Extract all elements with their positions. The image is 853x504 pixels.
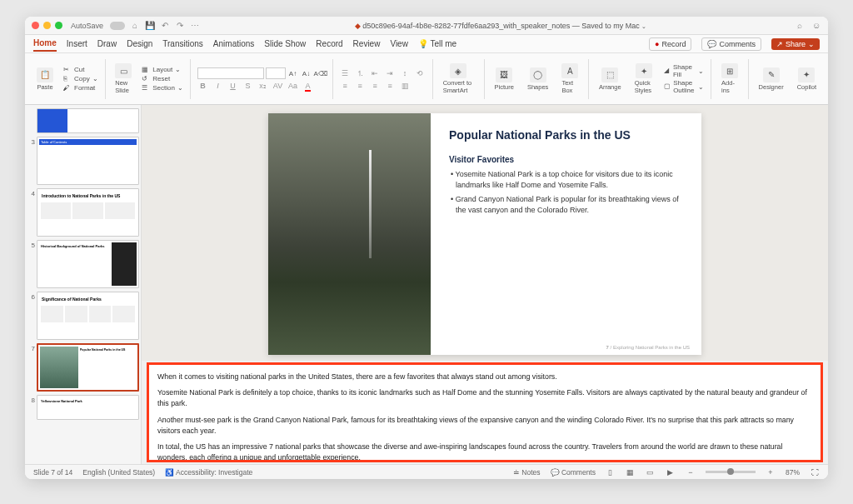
reading-view-icon[interactable]: ▭ bbox=[646, 467, 656, 477]
slide[interactable]: Popular National Parks in the US Visitor… bbox=[268, 113, 701, 355]
notes-paragraph[interactable]: Another must-see park is the Grand Canyo… bbox=[157, 415, 812, 437]
zoom-level[interactable]: 87% bbox=[786, 468, 800, 477]
maximize-icon[interactable] bbox=[55, 22, 62, 29]
tellme[interactable]: 💡 Tell me bbox=[418, 37, 456, 51]
slideshow-view-icon[interactable]: ▶ bbox=[666, 467, 676, 477]
undo-icon[interactable]: ↶ bbox=[160, 21, 170, 31]
close-icon[interactable] bbox=[32, 22, 39, 29]
thumb-7[interactable]: Popular National Parks in the US bbox=[37, 343, 139, 392]
underline-button[interactable]: U bbox=[227, 82, 239, 90]
slide-thumbnails[interactable]: 3Table of Contents 4Introduction to Nati… bbox=[25, 105, 142, 464]
shape-outline-button[interactable]: ▢Shape Outline ⌄ bbox=[664, 79, 704, 94]
cut-button[interactable]: ✂Cut bbox=[63, 66, 98, 74]
tab-animations[interactable]: Animations bbox=[213, 37, 254, 51]
copy-button[interactable]: ⎘Copy ⌄ bbox=[63, 75, 98, 83]
shapes-button[interactable]: ◯Shapes bbox=[524, 66, 551, 92]
new-slide-button[interactable]: ▭ New Slide bbox=[112, 62, 135, 96]
clear-format-icon[interactable]: A⌫ bbox=[314, 70, 326, 77]
notes-paragraph[interactable]: When it comes to visiting national parks… bbox=[157, 372, 812, 382]
speaker-notes[interactable]: When it comes to visiting national parks… bbox=[147, 362, 823, 462]
thumb-4[interactable]: Introduction to National Parks in the US bbox=[37, 188, 139, 237]
slide-subtitle[interactable]: Visitor Favorites bbox=[449, 155, 683, 164]
layout-button[interactable]: ▦Layout ⌄ bbox=[142, 66, 183, 74]
font-size-select[interactable] bbox=[266, 67, 286, 79]
thumb-8[interactable]: Yellowstone National Park bbox=[37, 395, 139, 420]
notes-paragraph[interactable]: In total, the US has an impressive 7 nat… bbox=[157, 442, 812, 462]
case-button[interactable]: Aa bbox=[287, 82, 299, 90]
tab-slideshow[interactable]: Slide Show bbox=[264, 37, 306, 51]
font-family-select[interactable] bbox=[197, 67, 264, 79]
subscript-button[interactable]: x₂ bbox=[257, 82, 269, 90]
align-left-button[interactable]: ≡ bbox=[339, 82, 351, 90]
fit-icon[interactable]: ⛶ bbox=[810, 467, 820, 477]
thumb-5[interactable]: Historical Background of National Parks bbox=[37, 240, 139, 288]
thumb-6[interactable]: Significance of National Parks bbox=[37, 292, 139, 340]
arrange-button[interactable]: ⬚Arrange bbox=[596, 66, 625, 92]
columns-button[interactable]: ▥ bbox=[399, 82, 411, 90]
bold-button[interactable]: B bbox=[197, 82, 209, 90]
align-center-button[interactable]: ≡ bbox=[354, 82, 366, 90]
normal-view-icon[interactable]: ▯ bbox=[606, 467, 616, 477]
highlight-button[interactable]: AV bbox=[272, 82, 284, 90]
sorter-view-icon[interactable]: ▦ bbox=[626, 467, 636, 477]
text-direction-button[interactable]: ⟲ bbox=[414, 69, 426, 77]
slide-title[interactable]: Popular National Parks in the US bbox=[449, 128, 683, 142]
save-icon[interactable]: 💾 bbox=[145, 21, 155, 31]
font-color-button[interactable]: A bbox=[302, 82, 314, 90]
sync-icon[interactable]: ☺ bbox=[811, 21, 821, 31]
reset-button[interactable]: ↺Reset bbox=[142, 75, 183, 83]
comments-toggle[interactable]: 💬 Comments bbox=[551, 468, 596, 477]
section-button[interactable]: ☰Section ⌄ bbox=[142, 84, 183, 92]
slide-bullet[interactable]: • Yosemite National Park is a top choice… bbox=[449, 169, 683, 190]
search-icon[interactable]: ⌕ bbox=[795, 21, 805, 31]
tab-draw[interactable]: Draw bbox=[97, 37, 117, 51]
slide-canvas[interactable]: Popular National Parks in the US Visitor… bbox=[142, 105, 828, 361]
thumb-3[interactable]: Table of Contents bbox=[37, 137, 139, 185]
copilot-button[interactable]: ✦Copilot bbox=[794, 66, 820, 92]
shape-fill-button[interactable]: ◢Shape Fill ⌄ bbox=[664, 63, 704, 78]
thumb-2[interactable] bbox=[37, 108, 139, 133]
share-button[interactable]: ↗ Share ⌄ bbox=[771, 38, 820, 50]
accessibility-status[interactable]: ♿ Accessibility: Investigate bbox=[165, 468, 252, 477]
home-icon[interactable]: ⌂ bbox=[130, 21, 140, 31]
picture-button[interactable]: 🖼Picture bbox=[491, 66, 517, 92]
convert-smartart-button[interactable]: ◈ Convert to SmartArt bbox=[440, 62, 477, 96]
quickstyles-button[interactable]: ✦Quick Styles bbox=[631, 62, 658, 96]
format-painter-button[interactable]: 🖌Format bbox=[63, 84, 98, 92]
numbering-button[interactable]: ⒈ bbox=[354, 68, 366, 79]
italic-button[interactable]: I bbox=[212, 82, 224, 90]
zoom-in-icon[interactable]: + bbox=[766, 467, 776, 477]
outdent-button[interactable]: ⇤ bbox=[369, 69, 381, 77]
tab-home[interactable]: Home bbox=[33, 36, 57, 52]
language-label[interactable]: English (United States) bbox=[82, 468, 155, 477]
slide-counter[interactable]: Slide 7 of 14 bbox=[33, 468, 72, 477]
tab-review[interactable]: Review bbox=[353, 37, 381, 51]
notes-toggle[interactable]: ≐ Notes bbox=[513, 468, 541, 477]
tab-insert[interactable]: Insert bbox=[67, 37, 87, 51]
addins-button[interactable]: ⊞Add-ins bbox=[718, 62, 741, 96]
justify-button[interactable]: ≡ bbox=[384, 82, 396, 90]
shrink-font-icon[interactable]: A↓ bbox=[301, 70, 312, 77]
tab-transitions[interactable]: Transitions bbox=[162, 37, 203, 51]
tab-record[interactable]: Record bbox=[316, 37, 342, 51]
minimize-icon[interactable] bbox=[43, 22, 51, 29]
linespacing-button[interactable]: ↕ bbox=[399, 69, 411, 77]
indent-button[interactable]: ⇥ bbox=[384, 69, 396, 77]
more-icon[interactable]: ⋯ bbox=[190, 21, 200, 31]
grow-font-icon[interactable]: A↑ bbox=[287, 70, 299, 77]
zoom-slider[interactable] bbox=[706, 471, 756, 473]
autosave-toggle[interactable] bbox=[110, 22, 125, 30]
tab-design[interactable]: Design bbox=[127, 37, 152, 51]
textbox-button[interactable]: AText Box bbox=[558, 62, 581, 96]
tab-view[interactable]: View bbox=[390, 37, 408, 51]
strike-button[interactable]: S bbox=[242, 82, 254, 90]
paste-button[interactable]: 📋 Paste bbox=[33, 66, 57, 92]
redo-icon[interactable]: ↷ bbox=[175, 21, 185, 31]
notes-paragraph[interactable]: Yosemite National Park is definitely a t… bbox=[157, 387, 812, 409]
zoom-out-icon[interactable]: − bbox=[686, 467, 696, 477]
align-right-button[interactable]: ≡ bbox=[369, 82, 381, 90]
designer-button[interactable]: ✎Designer bbox=[756, 66, 787, 92]
record-button[interactable]: ● Record bbox=[649, 37, 691, 51]
comments-button[interactable]: 💬 Comments bbox=[701, 37, 761, 51]
slide-bullet[interactable]: • Grand Canyon National Park is popular … bbox=[449, 194, 683, 215]
